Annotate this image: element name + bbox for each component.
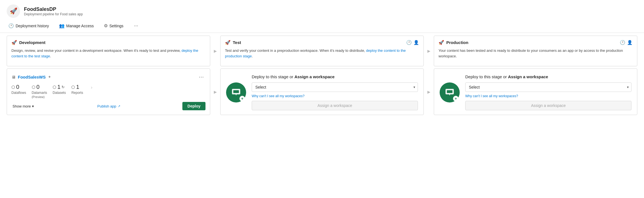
development-stage-icon: 🚀	[11, 40, 17, 45]
svg-rect-2	[233, 90, 239, 93]
test-stage-col: 🚀 Test 🕐 👤 Test and verify your content …	[220, 36, 424, 66]
production-why-cant-link[interactable]: Why can't I see all my workspaces?	[465, 94, 518, 98]
gear-icon: ⚙	[104, 23, 108, 28]
dataflows-value: 0	[16, 84, 19, 90]
reports-value: 1	[76, 84, 79, 90]
app-header: 🚀 FoodSalesDP Deployment pipeline for Fo…	[0, 0, 644, 20]
publish-app-button[interactable]: Publish app ↗	[95, 103, 123, 109]
test-stage-header: 🚀 Test 🕐 👤	[225, 40, 419, 45]
bottom-arrow-1: ▶	[210, 69, 220, 115]
datamarts-stat: ⬡ 0 Datamarts (Preview)	[32, 84, 47, 99]
deploy-button[interactable]: Deploy	[182, 102, 205, 110]
production-assign-workspace-button[interactable]: Assign a workspace	[465, 101, 631, 110]
workspace-card-header: 🖥 FoodSalesWS ✦ ⋯	[11, 73, 205, 80]
test-why-cant-link[interactable]: Why can't I see all my workspaces?	[252, 94, 305, 98]
production-deploy-content: Deploy to this stage or Assign a workspa…	[465, 74, 631, 110]
app-icon: 🚀	[7, 4, 20, 18]
production-stage-title: Production	[446, 40, 468, 45]
production-deploy-plus-badge: +	[453, 96, 459, 101]
settings-label: Settings	[109, 24, 124, 28]
production-stage-description: Your content has been tested and is read…	[439, 48, 633, 59]
production-stage-col: 🚀 Production 🕐 👤 Your content has been t…	[434, 36, 637, 66]
development-stage-description: Design, review, and revise your content …	[11, 48, 205, 59]
deployment-history-button[interactable]: 🕐 Deployment history	[7, 22, 51, 30]
datasets-stat: ⬡ 1 ↻ Datasets	[53, 84, 66, 95]
workspace-favorite-icon[interactable]: ✦	[48, 75, 51, 79]
svg-rect-7	[447, 90, 452, 93]
test-stage-title-row: 🚀 Test	[225, 40, 241, 45]
show-more-chevron-icon: ▾	[32, 104, 34, 108]
datasets-refresh-icon[interactable]: ↻	[62, 85, 65, 89]
test-deploy-icon-circle: +	[226, 82, 246, 102]
test-deploy-content: Deploy to this stage or Assign a workspa…	[252, 74, 418, 110]
production-deploy-title: Deploy to this stage or Assign a workspa…	[465, 74, 631, 79]
arrow-test-to-prod: ▶	[424, 36, 434, 66]
app-title-block: FoodSalesDP Deployment pipeline for Food…	[24, 6, 83, 16]
development-deploy-link[interactable]: deploy the content to the test stage	[11, 48, 198, 58]
datamarts-label: Datamarts	[32, 91, 47, 95]
production-stage-header: 🚀 Production 🕐 👤	[439, 40, 633, 45]
show-more-label: Show more	[13, 104, 31, 108]
production-deploy-svg-icon	[445, 87, 455, 97]
more-options-button[interactable]: ···	[132, 22, 140, 30]
production-deploy-card: + Deploy to this stage or Assign a works…	[434, 69, 637, 115]
stages-description-row: 🚀 Development Design, review, and revise…	[7, 36, 637, 66]
workspace-monitor-icon: 🖥	[11, 75, 16, 79]
test-deploy-link[interactable]: deploy the content to the production sta…	[225, 48, 406, 58]
datasets-value: 1	[57, 84, 60, 90]
pipeline-main: 🚀 Development Design, review, and revise…	[0, 33, 644, 124]
development-stage-header: 🚀 Development	[11, 40, 205, 45]
dataflows-icon: ⬡	[11, 85, 15, 90]
production-deploy-stage-col: + Deploy to this stage or Assign a works…	[434, 69, 637, 115]
production-deploy-icon-circle: +	[440, 82, 460, 102]
workspace-stats: ⬡ 0 Dataflows ⬡ 0 Datamarts (Preview)	[11, 84, 205, 99]
manage-access-label: Manage Access	[66, 24, 94, 28]
datamarts-icon: ⬡	[32, 85, 35, 90]
arrow-dev-to-test: ▶	[210, 36, 220, 66]
dataflows-stat: ⬡ 0 Dataflows	[11, 84, 26, 95]
publish-app-label: Publish app	[97, 104, 116, 108]
test-stage-actions: 🕐 👤	[406, 40, 419, 45]
reports-label: Reports	[71, 91, 83, 95]
manage-access-button[interactable]: 👥 Manage Access	[57, 22, 96, 30]
test-settings-icon[interactable]: 👤	[413, 40, 419, 45]
stages-bottom-row: 🖥 FoodSalesWS ✦ ⋯ ⬡ 0 Dataflows	[7, 69, 637, 115]
test-deploy-card: + Deploy to this stage or Assign a works…	[220, 69, 424, 115]
production-history-icon[interactable]: 🕐	[620, 40, 625, 45]
test-workspace-select[interactable]: Select	[252, 82, 418, 92]
production-settings-icon[interactable]: 👤	[627, 40, 633, 45]
show-more-button[interactable]: Show more ▾	[11, 103, 35, 109]
people-icon: 👥	[59, 23, 65, 28]
history-icon: 🕐	[8, 23, 14, 28]
test-select-wrapper: Select ▾	[252, 82, 418, 92]
reports-icon: ⬡	[71, 85, 75, 90]
datasets-label: Datasets	[53, 91, 66, 95]
production-select-wrapper: Select ▾	[465, 82, 631, 92]
production-stage-title-row: 🚀 Production	[439, 40, 468, 45]
test-stage-title: Test	[233, 40, 241, 45]
test-assign-workspace-button[interactable]: Assign a workspace	[252, 101, 418, 110]
test-history-icon[interactable]: 🕐	[406, 40, 412, 45]
workspace-name[interactable]: FoodSalesWS	[18, 75, 46, 79]
app-title: FoodSalesDP	[24, 6, 83, 12]
test-deploy-stage-col: + Deploy to this stage or Assign a works…	[220, 69, 424, 115]
test-stage-description: Test and verify your content in a prepro…	[225, 48, 419, 59]
stats-expand-arrow[interactable]: ›	[91, 85, 92, 90]
rocket-icon: 🚀	[10, 8, 17, 15]
production-stage-actions: 🕐 👤	[620, 40, 633, 45]
reports-stat: ⬡ 1 Reports	[71, 84, 83, 95]
test-deploy-svg-icon	[231, 87, 241, 97]
production-workspace-select[interactable]: Select	[465, 82, 631, 92]
production-stage-icon: 🚀	[439, 40, 444, 45]
development-stage-title: Development	[19, 40, 45, 45]
datasets-icon: ⬡	[53, 85, 56, 90]
toolbar: 🕐 Deployment history 👥 Manage Access ⚙ S…	[0, 20, 644, 33]
datamarts-sublabel: (Preview)	[32, 95, 45, 99]
test-deploy-plus-badge: +	[239, 96, 245, 101]
settings-button[interactable]: ⚙ Settings	[102, 22, 125, 30]
test-stage-card: 🚀 Test 🕐 👤 Test and verify your content …	[220, 36, 424, 66]
workspace-footer: Show more ▾ Publish app ↗ Deploy	[11, 102, 205, 110]
workspace-more-button[interactable]: ⋯	[197, 73, 205, 80]
workspace-card: 🖥 FoodSalesWS ✦ ⋯ ⬡ 0 Dataflows	[7, 69, 210, 115]
development-stage-col: 🚀 Development Design, review, and revise…	[7, 36, 210, 66]
